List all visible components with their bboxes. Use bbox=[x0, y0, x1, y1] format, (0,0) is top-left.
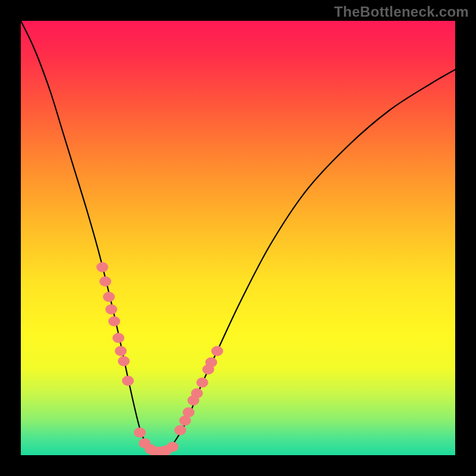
highlight-dot bbox=[174, 425, 186, 436]
highlight-dot bbox=[122, 376, 134, 386]
highlight-dot bbox=[115, 346, 127, 356]
marker-layer bbox=[96, 262, 223, 456]
chart-svg bbox=[21, 21, 455, 455]
highlight-dot bbox=[105, 305, 117, 315]
highlight-dot bbox=[205, 358, 217, 368]
watermark-text: TheBottleneck.com bbox=[334, 4, 469, 20]
highlight-dot bbox=[118, 356, 130, 367]
highlight-dot bbox=[103, 292, 115, 302]
highlight-dot bbox=[96, 262, 108, 273]
highlight-dot bbox=[167, 442, 178, 452]
highlight-dot bbox=[112, 333, 124, 343]
highlight-dot bbox=[191, 389, 203, 399]
highlight-dot bbox=[196, 378, 208, 388]
highlight-dot bbox=[108, 317, 120, 327]
highlight-dot bbox=[183, 408, 195, 418]
highlight-dot bbox=[211, 346, 223, 356]
chart-frame: TheBottleneck.com bbox=[0, 0, 476, 476]
curve-layer bbox=[21, 21, 455, 452]
highlight-dot bbox=[134, 428, 146, 438]
highlight-dot bbox=[99, 277, 111, 287]
bottleneck-curve bbox=[21, 21, 455, 452]
plot-area bbox=[21, 21, 455, 455]
